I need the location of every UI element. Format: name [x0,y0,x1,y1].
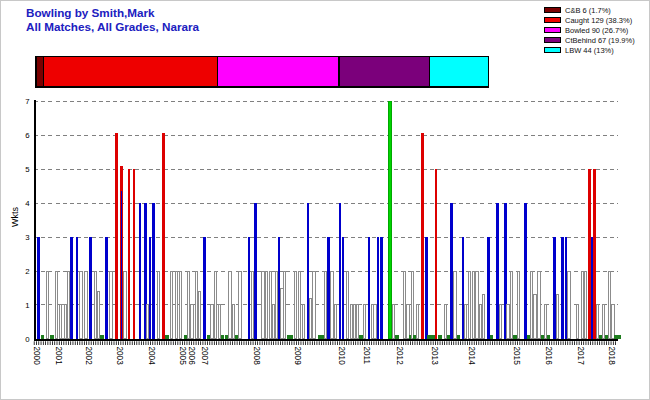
svg-text:2011: 2011 [362,347,371,365]
svg-text:2013: 2013 [430,347,439,366]
svg-text:2: 2 [25,267,29,276]
svg-text:2010: 2010 [337,347,346,366]
svg-text:0: 0 [25,335,30,344]
svg-text:1: 1 [25,301,29,310]
svg-text:2017: 2017 [576,347,585,366]
svg-text:2014: 2014 [467,347,476,366]
svg-text:2005: 2005 [178,347,187,366]
svg-text:Bowled 90 (26.7%): Bowled 90 (26.7%) [565,26,629,35]
svg-text:6: 6 [25,131,29,140]
svg-text:Wkts: Wkts [10,207,20,227]
svg-text:2006: 2006 [187,347,196,366]
svg-text:4: 4 [25,199,30,208]
svg-text:Bowling by Smith,Mark: Bowling by Smith,Mark [26,6,155,19]
svg-text:3: 3 [25,233,29,242]
svg-text:2016: 2016 [544,347,553,366]
svg-text:All Matches, All Grades, Narar: All Matches, All Grades, Narara [26,20,200,33]
svg-text:C&B 6 (1.7%): C&B 6 (1.7%) [565,6,611,15]
svg-text:2009: 2009 [293,347,302,366]
svg-text:2003: 2003 [115,347,124,366]
svg-text:2004: 2004 [147,347,156,366]
svg-text:LBW 44 (13%): LBW 44 (13%) [565,46,614,55]
svg-text:2001: 2001 [54,347,63,366]
svg-text:2007: 2007 [200,347,209,366]
svg-text:2000: 2000 [32,347,41,366]
svg-text:2002: 2002 [84,347,93,366]
svg-text:2012: 2012 [395,347,404,366]
svg-text:2015: 2015 [512,347,521,366]
svg-text:5: 5 [25,165,30,174]
svg-text:Caught 129 (38.3%): Caught 129 (38.3%) [565,16,633,25]
svg-text:2008: 2008 [252,347,261,366]
svg-text:7: 7 [25,97,29,106]
svg-text:CtBehind 67 (19.9%): CtBehind 67 (19.9%) [565,36,635,45]
svg-text:2018: 2018 [607,347,616,366]
